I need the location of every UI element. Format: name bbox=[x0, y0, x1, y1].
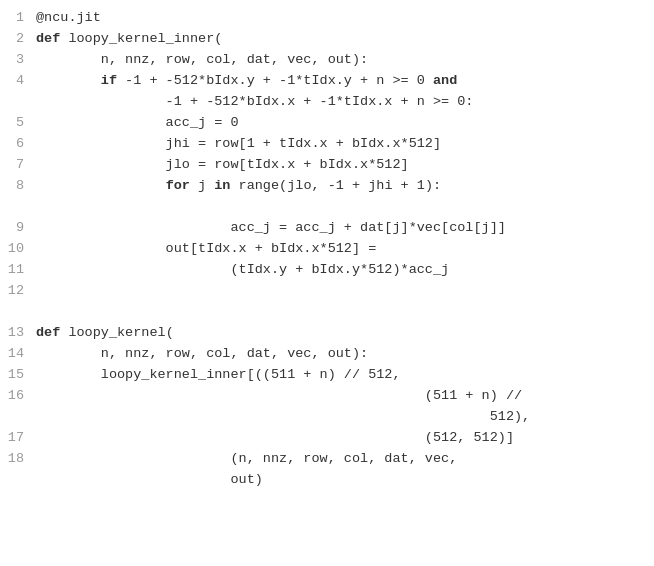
code-text: n, nnz, row, col, dat, vec, out): bbox=[36, 52, 368, 67]
line-number: 1 bbox=[0, 8, 36, 29]
line-number: 15 bbox=[0, 365, 36, 386]
code-text: (n, nnz, row, col, dat, vec, bbox=[36, 451, 457, 466]
line-number: 6 bbox=[0, 134, 36, 155]
line-content: def loopy_kernel( bbox=[36, 323, 654, 344]
code-line: 5 acc_j = 0 bbox=[0, 113, 654, 134]
code-text: acc_j = acc_j + dat[j]*vec[col[j]] bbox=[36, 220, 506, 235]
line-number: 9 bbox=[0, 218, 36, 239]
line-content: @ncu.jit bbox=[36, 8, 654, 29]
code-text: def loopy_kernel_inner( bbox=[36, 31, 222, 46]
code-line: 17 (512, 512)] bbox=[0, 428, 654, 449]
line-number: 11 bbox=[0, 260, 36, 281]
line-content: def loopy_kernel_inner( bbox=[36, 29, 654, 50]
code-line: out) bbox=[0, 470, 654, 491]
line-content: for j in range(jlo, -1 + jhi + 1): bbox=[36, 176, 654, 197]
code-line: 16 (511 + n) // bbox=[0, 386, 654, 407]
code-text: n, nnz, row, col, dat, vec, out): bbox=[36, 346, 368, 361]
line-content: acc_j = acc_j + dat[j]*vec[col[j]] bbox=[36, 218, 654, 239]
line-number: 10 bbox=[0, 239, 36, 260]
line-content: jlo = row[tIdx.x + bIdx.x*512] bbox=[36, 155, 654, 176]
code-text: -1 + -512*bIdx.x + -1*tIdx.x + n >= 0: bbox=[36, 94, 473, 109]
line-content: (512, 512)] bbox=[36, 428, 654, 449]
line-number: 8 bbox=[0, 176, 36, 197]
code-line: 9 acc_j = acc_j + dat[j]*vec[col[j]] bbox=[0, 218, 654, 239]
code-line bbox=[0, 302, 654, 323]
code-line: 12 bbox=[0, 281, 654, 302]
code-text: (tIdx.y + bIdx.y*512)*acc_j bbox=[36, 262, 449, 277]
code-line: 18 (n, nnz, row, col, dat, vec, bbox=[0, 449, 654, 470]
code-block: 1@ncu.jit2def loopy_kernel_inner(3 n, nn… bbox=[0, 0, 654, 499]
code-text: acc_j = 0 bbox=[36, 115, 239, 130]
line-number: 2 bbox=[0, 29, 36, 50]
code-text: @ncu.jit bbox=[36, 10, 101, 25]
line-number: 5 bbox=[0, 113, 36, 134]
line-content: out[tIdx.x + bIdx.x*512] = bbox=[36, 239, 654, 260]
line-number: 13 bbox=[0, 323, 36, 344]
code-line: 2def loopy_kernel_inner( bbox=[0, 29, 654, 50]
code-text: jlo = row[tIdx.x + bIdx.x*512] bbox=[36, 157, 409, 172]
code-text: def loopy_kernel( bbox=[36, 325, 174, 340]
code-text: if -1 + -512*bIdx.y + -1*tIdx.y + n >= 0… bbox=[36, 73, 457, 88]
code-line: 6 jhi = row[1 + tIdx.x + bIdx.x*512] bbox=[0, 134, 654, 155]
line-number: 12 bbox=[0, 281, 36, 302]
line-content: (511 + n) // bbox=[36, 386, 654, 407]
code-line: 7 jlo = row[tIdx.x + bIdx.x*512] bbox=[0, 155, 654, 176]
line-number: 3 bbox=[0, 50, 36, 71]
code-line: 10 out[tIdx.x + bIdx.x*512] = bbox=[0, 239, 654, 260]
code-line bbox=[0, 197, 654, 218]
code-line: 15 loopy_kernel_inner[((511 + n) // 512, bbox=[0, 365, 654, 386]
code-text: out[tIdx.x + bIdx.x*512] = bbox=[36, 241, 376, 256]
line-number: 14 bbox=[0, 344, 36, 365]
code-line: 11 (tIdx.y + bIdx.y*512)*acc_j bbox=[0, 260, 654, 281]
code-line: 3 n, nnz, row, col, dat, vec, out): bbox=[0, 50, 654, 71]
line-number: 7 bbox=[0, 155, 36, 176]
code-line: 4 if -1 + -512*bIdx.y + -1*tIdx.y + n >=… bbox=[0, 71, 654, 92]
line-number: 4 bbox=[0, 71, 36, 92]
line-content: -1 + -512*bIdx.x + -1*tIdx.x + n >= 0: bbox=[36, 92, 654, 113]
line-content: out) bbox=[36, 470, 654, 491]
code-text: loopy_kernel_inner[((511 + n) // 512, bbox=[36, 367, 401, 382]
line-number: 16 bbox=[0, 386, 36, 407]
line-content: 512), bbox=[36, 407, 654, 428]
code-text: for j in range(jlo, -1 + jhi + 1): bbox=[36, 178, 441, 193]
line-content: (tIdx.y + bIdx.y*512)*acc_j bbox=[36, 260, 654, 281]
line-content: n, nnz, row, col, dat, vec, out): bbox=[36, 344, 654, 365]
line-number: 17 bbox=[0, 428, 36, 449]
line-content: loopy_kernel_inner[((511 + n) // 512, bbox=[36, 365, 654, 386]
code-line: -1 + -512*bIdx.x + -1*tIdx.x + n >= 0: bbox=[0, 92, 654, 113]
code-line: 8 for j in range(jlo, -1 + jhi + 1): bbox=[0, 176, 654, 197]
line-content: if -1 + -512*bIdx.y + -1*tIdx.y + n >= 0… bbox=[36, 71, 654, 92]
line-number: 18 bbox=[0, 449, 36, 470]
code-text: 512), bbox=[36, 409, 530, 424]
line-content: (n, nnz, row, col, dat, vec, bbox=[36, 449, 654, 470]
code-text: out) bbox=[36, 472, 263, 487]
code-line: 1@ncu.jit bbox=[0, 8, 654, 29]
line-content: acc_j = 0 bbox=[36, 113, 654, 134]
code-text: (511 + n) // bbox=[36, 388, 522, 403]
code-text: (512, 512)] bbox=[36, 430, 514, 445]
code-text: jhi = row[1 + tIdx.x + bIdx.x*512] bbox=[36, 136, 441, 151]
code-line: 512), bbox=[0, 407, 654, 428]
line-content: jhi = row[1 + tIdx.x + bIdx.x*512] bbox=[36, 134, 654, 155]
code-line: 13def loopy_kernel( bbox=[0, 323, 654, 344]
code-line: 14 n, nnz, row, col, dat, vec, out): bbox=[0, 344, 654, 365]
line-content: n, nnz, row, col, dat, vec, out): bbox=[36, 50, 654, 71]
